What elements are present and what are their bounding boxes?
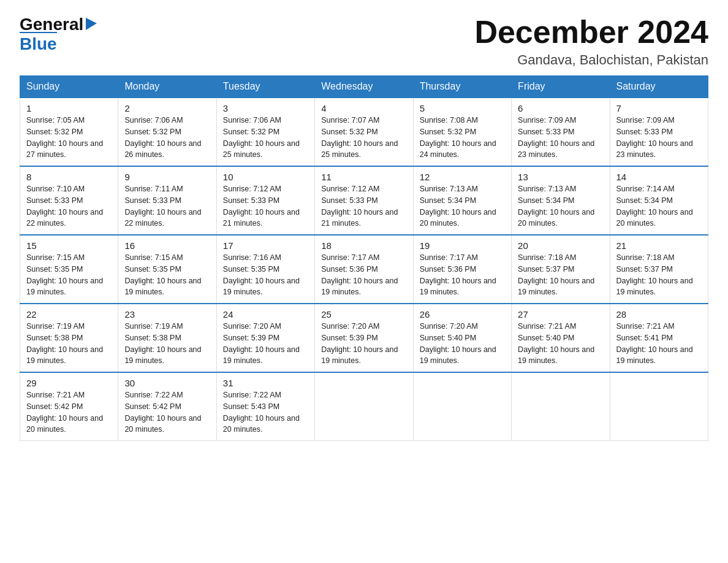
calendar-day-cell: 3 Sunrise: 7:06 AM Sunset: 5:32 PM Dayli… xyxy=(216,98,314,166)
daylight-label: Daylight: 10 hours and 20 minutes. xyxy=(518,208,594,228)
day-info: Sunrise: 7:20 AM Sunset: 5:40 PM Dayligh… xyxy=(420,321,505,367)
daylight-label: Daylight: 10 hours and 20 minutes. xyxy=(223,414,300,434)
sunrise-label: Sunrise: 7:05 AM xyxy=(26,116,85,124)
calendar-day-cell xyxy=(610,372,708,441)
page-header: General Blue December 2024 Gandava, Balo… xyxy=(20,15,708,68)
sunrise-label: Sunrise: 7:08 AM xyxy=(420,116,478,124)
sunset-label: Sunset: 5:34 PM xyxy=(616,196,673,205)
day-info: Sunrise: 7:16 AM Sunset: 5:35 PM Dayligh… xyxy=(223,252,308,298)
day-number: 25 xyxy=(321,309,406,320)
day-number: 30 xyxy=(124,378,210,388)
day-info: Sunrise: 7:13 AM Sunset: 5:34 PM Dayligh… xyxy=(420,183,505,229)
day-number: 1 xyxy=(26,103,112,113)
daylight-label: Daylight: 10 hours and 25 minutes. xyxy=(321,139,398,159)
sunrise-label: Sunrise: 7:10 AM xyxy=(26,185,85,193)
day-number: 19 xyxy=(420,240,505,251)
day-number: 14 xyxy=(616,172,702,182)
day-number: 17 xyxy=(223,240,308,251)
calendar-week-row: 15 Sunrise: 7:15 AM Sunset: 5:35 PM Dayl… xyxy=(20,235,708,304)
day-number: 28 xyxy=(616,309,702,320)
logo-arrow-icon xyxy=(85,17,98,30)
calendar-day-header: Saturday xyxy=(610,76,708,98)
sunset-label: Sunset: 5:35 PM xyxy=(124,265,181,274)
day-info: Sunrise: 7:21 AM Sunset: 5:41 PM Dayligh… xyxy=(616,321,702,367)
daylight-label: Daylight: 10 hours and 19 minutes. xyxy=(420,345,496,366)
calendar-day-cell: 7 Sunrise: 7:09 AM Sunset: 5:33 PM Dayli… xyxy=(610,98,708,166)
calendar-day-cell: 8 Sunrise: 7:10 AM Sunset: 5:33 PM Dayli… xyxy=(20,166,118,235)
sunset-label: Sunset: 5:37 PM xyxy=(518,265,574,274)
sunset-label: Sunset: 5:33 PM xyxy=(223,196,279,205)
day-info: Sunrise: 7:13 AM Sunset: 5:34 PM Dayligh… xyxy=(518,183,603,229)
calendar-day-cell xyxy=(512,372,610,441)
day-info: Sunrise: 7:20 AM Sunset: 5:39 PM Dayligh… xyxy=(223,321,308,367)
calendar-day-cell: 15 Sunrise: 7:15 AM Sunset: 5:35 PM Dayl… xyxy=(20,235,118,304)
sunrise-label: Sunrise: 7:17 AM xyxy=(420,253,478,262)
sunrise-label: Sunrise: 7:17 AM xyxy=(321,253,379,262)
day-number: 10 xyxy=(223,172,308,182)
sunrise-label: Sunrise: 7:21 AM xyxy=(26,391,85,399)
day-number: 29 xyxy=(26,378,112,388)
day-info: Sunrise: 7:15 AM Sunset: 5:35 PM Dayligh… xyxy=(124,252,210,298)
sunrise-label: Sunrise: 7:18 AM xyxy=(616,253,675,262)
sunset-label: Sunset: 5:42 PM xyxy=(124,402,181,411)
calendar-day-cell: 16 Sunrise: 7:15 AM Sunset: 5:35 PM Dayl… xyxy=(118,235,216,304)
sunrise-label: Sunrise: 7:13 AM xyxy=(518,185,576,193)
calendar-day-cell: 5 Sunrise: 7:08 AM Sunset: 5:32 PM Dayli… xyxy=(413,98,511,166)
sunset-label: Sunset: 5:34 PM xyxy=(420,196,476,205)
day-number: 21 xyxy=(616,240,702,251)
day-number: 3 xyxy=(223,103,308,113)
sunset-label: Sunset: 5:32 PM xyxy=(124,128,181,136)
day-number: 8 xyxy=(26,172,112,182)
daylight-label: Daylight: 10 hours and 25 minutes. xyxy=(223,139,300,159)
daylight-label: Daylight: 10 hours and 23 minutes. xyxy=(518,139,594,159)
daylight-label: Daylight: 10 hours and 19 minutes. xyxy=(616,345,693,366)
day-info: Sunrise: 7:20 AM Sunset: 5:39 PM Dayligh… xyxy=(321,321,406,367)
daylight-label: Daylight: 10 hours and 19 minutes. xyxy=(321,277,398,297)
calendar-day-cell xyxy=(413,372,511,441)
day-number: 18 xyxy=(321,240,406,251)
sunset-label: Sunset: 5:32 PM xyxy=(420,128,476,136)
daylight-label: Daylight: 10 hours and 19 minutes. xyxy=(26,277,103,297)
day-number: 26 xyxy=(420,309,505,320)
sunrise-label: Sunrise: 7:09 AM xyxy=(616,116,675,124)
sunset-label: Sunset: 5:34 PM xyxy=(518,196,574,205)
calendar-day-cell: 12 Sunrise: 7:13 AM Sunset: 5:34 PM Dayl… xyxy=(413,166,511,235)
logo[interactable]: General Blue xyxy=(20,15,98,54)
calendar-day-header: Friday xyxy=(512,76,610,98)
sunset-label: Sunset: 5:43 PM xyxy=(223,402,279,411)
day-info: Sunrise: 7:07 AM Sunset: 5:32 PM Dayligh… xyxy=(321,115,406,161)
calendar-day-cell: 19 Sunrise: 7:17 AM Sunset: 5:36 PM Dayl… xyxy=(413,235,511,304)
day-number: 24 xyxy=(223,309,308,320)
day-info: Sunrise: 7:22 AM Sunset: 5:43 PM Dayligh… xyxy=(223,389,308,435)
calendar-day-cell: 13 Sunrise: 7:13 AM Sunset: 5:34 PM Dayl… xyxy=(512,166,610,235)
calendar-day-cell xyxy=(315,372,413,441)
calendar-day-header: Tuesday xyxy=(216,76,314,98)
day-info: Sunrise: 7:14 AM Sunset: 5:34 PM Dayligh… xyxy=(616,183,702,229)
sunset-label: Sunset: 5:32 PM xyxy=(26,128,83,136)
day-info: Sunrise: 7:11 AM Sunset: 5:33 PM Dayligh… xyxy=(124,183,210,229)
page-title: December 2024 xyxy=(474,15,708,50)
daylight-label: Daylight: 10 hours and 19 minutes. xyxy=(616,277,693,297)
sunset-label: Sunset: 5:39 PM xyxy=(223,334,279,342)
sunrise-label: Sunrise: 7:06 AM xyxy=(223,116,281,124)
calendar-day-cell: 28 Sunrise: 7:21 AM Sunset: 5:41 PM Dayl… xyxy=(610,304,708,372)
sunset-label: Sunset: 5:33 PM xyxy=(321,196,377,205)
sunset-label: Sunset: 5:36 PM xyxy=(420,265,476,274)
sunrise-label: Sunrise: 7:18 AM xyxy=(518,253,576,262)
sunset-label: Sunset: 5:33 PM xyxy=(616,128,673,136)
daylight-label: Daylight: 10 hours and 22 minutes. xyxy=(26,208,103,228)
sunrise-label: Sunrise: 7:19 AM xyxy=(124,322,183,331)
sunrise-label: Sunrise: 7:12 AM xyxy=(321,185,379,193)
sunrise-label: Sunrise: 7:20 AM xyxy=(321,322,379,331)
sunrise-label: Sunrise: 7:15 AM xyxy=(26,253,85,262)
sunrise-label: Sunrise: 7:16 AM xyxy=(223,253,281,262)
calendar-week-row: 22 Sunrise: 7:19 AM Sunset: 5:38 PM Dayl… xyxy=(20,304,708,372)
daylight-label: Daylight: 10 hours and 27 minutes. xyxy=(26,139,103,159)
sunset-label: Sunset: 5:38 PM xyxy=(26,334,83,342)
day-number: 13 xyxy=(518,172,603,182)
day-number: 20 xyxy=(518,240,603,251)
daylight-label: Daylight: 10 hours and 19 minutes. xyxy=(420,277,496,297)
sunset-label: Sunset: 5:38 PM xyxy=(124,334,181,342)
daylight-label: Daylight: 10 hours and 19 minutes. xyxy=(26,345,103,366)
day-info: Sunrise: 7:17 AM Sunset: 5:36 PM Dayligh… xyxy=(420,252,505,298)
